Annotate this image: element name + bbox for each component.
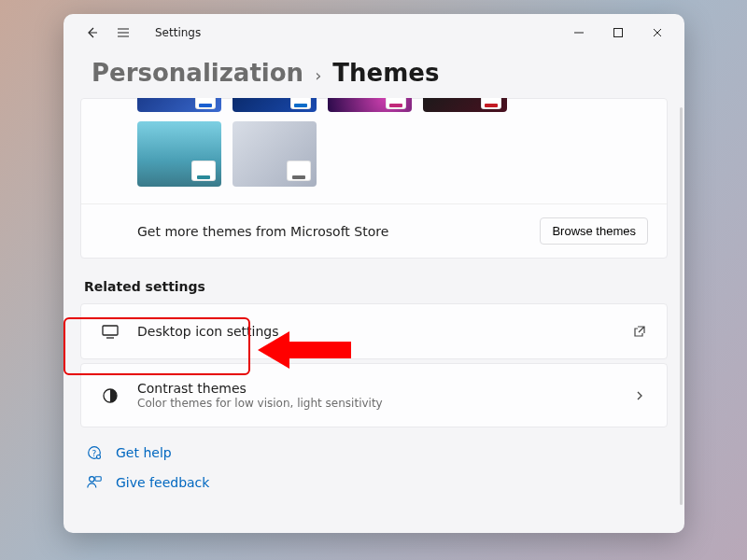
titlebar: Settings [63,14,684,51]
help-link-text: Get help [116,445,172,460]
svg-rect-1 [103,326,118,335]
theme-tile[interactable] [233,98,317,112]
store-text: Get more themes from Microsoft Store [137,224,388,239]
breadcrumb-current: Themes [332,59,439,87]
browse-themes-button[interactable]: Browse themes [540,217,648,245]
contrast-themes-row[interactable]: Contrast themesColor themes for low visi… [81,364,667,427]
desktop-icon [100,321,120,342]
svg-rect-7 [95,477,101,482]
feedback-icon [84,472,105,493]
open-external-icon [631,323,648,340]
help-icon: ? [84,442,105,463]
themes-card: Get more themes from Microsoft Store Bro… [80,98,668,259]
feedback-link-text: Give feedback [116,475,209,490]
related-settings-heading: Related settings [84,279,668,294]
theme-tile[interactable] [137,121,221,187]
theme-tile[interactable] [423,98,507,112]
settings-window: Settings Personalization › Themes Get mo… [63,14,684,533]
contrast-icon [100,385,120,406]
back-button[interactable] [82,23,101,42]
breadcrumb: Personalization › Themes [63,51,684,98]
chevron-right-icon [631,387,648,404]
minimize-button[interactable] [559,19,599,47]
setting-title: Desktop icon settings [137,324,614,339]
theme-row [81,98,667,112]
app-title: Settings [155,26,201,39]
close-button[interactable] [638,19,677,47]
give-feedback-link[interactable]: Give feedback [84,472,668,493]
chevron-right-icon: › [315,65,321,85]
setting-title: Contrast themes [137,381,614,396]
store-row: Get more themes from Microsoft Store Bro… [81,203,667,258]
svg-text:?: ? [92,449,97,458]
bottom-links: ? Get help Give feedback [80,442,668,493]
svg-point-5 [97,455,101,459]
get-help-link[interactable]: ? Get help [84,442,668,463]
theme-tile[interactable] [137,98,221,112]
svg-rect-0 [614,29,623,37]
theme-row [81,121,667,203]
desktop-icon-settings-row[interactable]: Desktop icon settings [81,304,667,358]
setting-subtitle: Color themes for low vision, light sensi… [137,397,614,410]
hamburger-menu-button[interactable] [114,23,133,42]
maximize-button[interactable] [599,19,638,47]
content-area: Get more themes from Microsoft Store Bro… [63,98,684,533]
svg-point-6 [90,477,94,482]
scrollbar[interactable] [680,107,683,505]
breadcrumb-parent[interactable]: Personalization [92,59,303,87]
theme-tile[interactable] [328,98,412,112]
theme-tile[interactable] [233,121,317,187]
